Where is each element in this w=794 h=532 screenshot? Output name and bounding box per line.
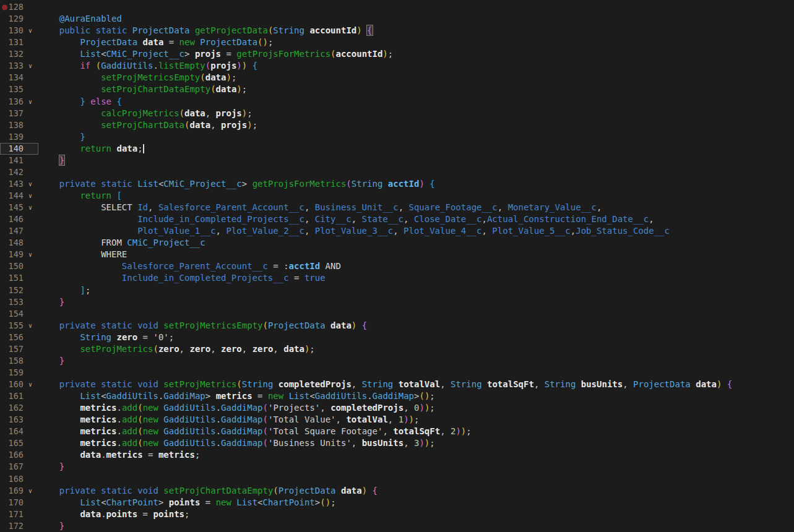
code-text[interactable]: return [ [38,190,122,202]
line-number[interactable]: 160 [0,379,24,390]
gutter[interactable]: 157 [0,343,38,355]
code-line[interactable]: 170 List<ChartPoint> points = new List<C… [0,497,794,508]
code-text[interactable]: private static void setProjMetrics(Strin… [38,379,732,390]
line-number[interactable]: 136 [0,96,24,108]
gutter[interactable]: 129 [0,13,38,25]
gutter[interactable]: 131 [0,36,38,48]
gutter[interactable]: 133∨ [0,60,38,72]
gutter[interactable]: 139 [0,131,38,143]
line-number[interactable]: 166 [0,449,24,461]
code-line[interactable]: 164 metrics.add(new GaddiUtils.GaddiMap(… [0,426,794,437]
code-line[interactable]: 132 List<CMiC_Project__c> projs = getPro… [0,48,794,60]
code-line[interactable]: 133∨ if (GaddiUtils.listEmpty(projs)) { [0,60,794,72]
gutter[interactable]: 140 [0,143,38,155]
line-number[interactable]: 132 [0,48,24,60]
code-line[interactable]: 150 Salesforce_Parent_Account__c = :acct… [0,260,794,272]
gutter[interactable]: 156 [0,332,38,343]
line-number[interactable]: 140 [0,143,24,155]
gutter[interactable]: 135 [0,84,38,95]
gutter[interactable]: 166 [0,449,38,461]
line-number[interactable]: 167 [0,461,24,473]
gutter[interactable]: 164 [0,426,38,437]
line-number[interactable]: 155 [0,320,24,332]
code-line[interactable]: 153 } [0,296,794,308]
gutter[interactable]: 155∨ [0,320,38,332]
gutter[interactable]: 167 [0,461,38,473]
code-line[interactable]: 145∨ SELECT Id, Salesforce_Parent_Accoun… [0,202,794,213]
line-number[interactable]: 153 [0,296,24,308]
gutter[interactable]: 146 [0,213,38,225]
line-number[interactable]: 163 [0,414,24,426]
gutter[interactable]: 128 [0,1,38,13]
code-text[interactable]: calcProjMetrics(data, projs); [38,108,252,119]
code-line[interactable]: 131 ProjectData data = new ProjectData()… [0,36,794,48]
gutter[interactable]: 163 [0,414,38,426]
code-text[interactable]: setProjMetricsEmpty(data); [38,72,236,84]
code-line[interactable]: 148 FROM CMiC_Project__c [0,237,794,249]
gutter[interactable]: 154 [0,308,38,320]
code-line[interactable]: 154 [0,308,794,320]
gutter[interactable]: 136∨ [0,96,38,108]
line-number[interactable]: 130 [0,25,24,36]
code-text[interactable]: metrics.add(new GaddiUtils.GaddiMap('Pro… [38,402,435,414]
code-line[interactable]: 147 Plot_Value_1__c, Plot_Value_2__c, Pl… [0,225,794,237]
line-number[interactable]: 151 [0,272,24,284]
code-text[interactable]: } [38,131,85,143]
code-line[interactable]: 157 setProjMetrics(zero, zero, zero, zer… [0,343,794,355]
code-line[interactable]: 138 setProjChartData(data, projs); [0,119,794,131]
code-line[interactable]: 161 List<GaddiUtils.GaddiMap> metrics = … [0,390,794,402]
gutter[interactable]: 141 [0,155,38,166]
fold-chevron-icon[interactable]: ∨ [24,178,37,190]
line-number[interactable]: 150 [0,260,24,272]
line-number[interactable]: 159 [0,367,24,379]
code-line[interactable]: 163 metrics.add(new GaddiUtils.GaddiMap(… [0,414,794,426]
code-line[interactable]: 129 @AuraEnabled [0,13,794,25]
line-number[interactable]: 134 [0,72,24,84]
code-text[interactable]: data.points = points; [38,508,189,520]
line-number[interactable]: 154 [0,308,24,320]
code-text[interactable]: if (GaddiUtils.listEmpty(projs)) { [38,60,257,72]
code-text[interactable]: Salesforce_Parent_Account__c = :acctId A… [38,260,341,272]
line-number[interactable]: 143 [0,178,24,190]
code-text[interactable]: metrics.add(new GaddiUtils.GaddiMap('Tot… [38,414,419,426]
gutter[interactable]: 160∨ [0,379,38,390]
code-text[interactable]: return data; [38,143,144,155]
code-text[interactable]: List<ChartPoint> points = new List<Chart… [38,497,336,508]
gutter[interactable]: 148 [0,237,38,249]
code-text[interactable]: @AuraEnabled [38,13,122,25]
gutter[interactable]: 142 [0,166,38,178]
line-number[interactable]: 149 [0,249,24,260]
line-number[interactable]: 169 [0,485,24,497]
gutter[interactable]: 158 [0,355,38,367]
gutter[interactable]: 130∨ [0,25,38,36]
code-line[interactable]: 158 } [0,355,794,367]
line-number[interactable]: 142 [0,166,24,178]
gutter[interactable]: 171 [0,508,38,520]
code-text[interactable]: private static List<CMiC_Project__c> get… [38,178,435,190]
code-text[interactable]: } [38,296,64,308]
code-text[interactable]: data.metrics = metrics; [38,449,200,461]
gutter[interactable]: 145∨ [0,202,38,213]
code-line[interactable]: 172 } [0,520,794,532]
code-line[interactable]: 151 Include_in_Completed_Projects__c = t… [0,272,794,284]
code-text[interactable]: FROM CMiC_Project__c [38,237,205,249]
code-line[interactable]: 167 } [0,461,794,473]
gutter[interactable]: 170 [0,497,38,508]
line-number[interactable]: 146 [0,213,24,225]
code-text[interactable]: private static void setProjMetricsEmpty(… [38,320,367,332]
gutter[interactable]: 147 [0,225,38,237]
line-number[interactable]: 139 [0,131,24,143]
fold-chevron-icon[interactable]: ∨ [24,190,37,202]
line-number[interactable]: 138 [0,119,24,131]
code-line[interactable]: 135 setProjChartDataEmpty(data); [0,84,794,95]
code-line[interactable]: 155∨ private static void setProjMetricsE… [0,320,794,332]
line-number[interactable]: 164 [0,426,24,437]
gutter[interactable]: 134 [0,72,38,84]
gutter[interactable]: 153 [0,296,38,308]
fold-chevron-icon[interactable]: ∨ [24,485,37,497]
line-number[interactable]: 148 [0,237,24,249]
gutter[interactable]: 143∨ [0,178,38,190]
gutter[interactable]: 159 [0,367,38,379]
code-text[interactable]: setProjChartDataEmpty(data); [38,84,247,95]
line-number[interactable]: 162 [0,402,24,414]
